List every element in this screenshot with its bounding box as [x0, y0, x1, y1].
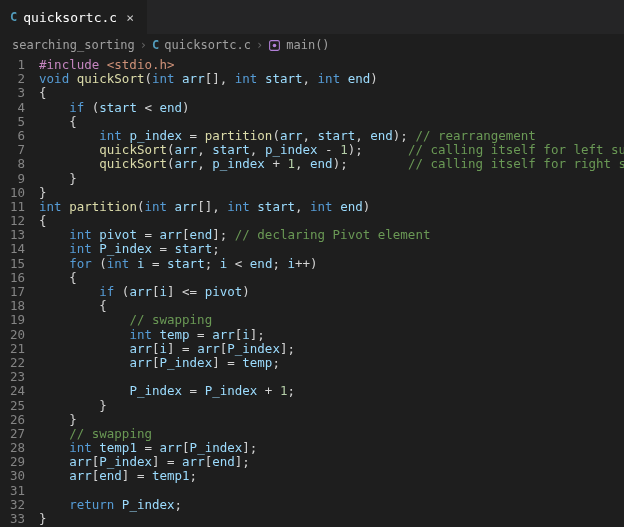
- code-line[interactable]: {: [39, 115, 624, 129]
- line-number: 14: [10, 242, 25, 256]
- code-line[interactable]: }: [39, 413, 624, 427]
- code-line[interactable]: int temp = arr[i];: [39, 328, 624, 342]
- line-number: 11: [10, 200, 25, 214]
- c-file-icon: C: [152, 38, 159, 52]
- line-number: 5: [10, 115, 25, 129]
- code-line[interactable]: {: [39, 214, 624, 228]
- line-number: 29: [10, 455, 25, 469]
- code-content[interactable]: #include <stdio.h>void quickSort(int arr…: [39, 58, 624, 526]
- line-number: 20: [10, 328, 25, 342]
- chevron-right-icon: ›: [140, 38, 147, 52]
- code-line[interactable]: {: [39, 86, 624, 100]
- code-line[interactable]: if (start < end): [39, 101, 624, 115]
- line-number: 22: [10, 356, 25, 370]
- code-line[interactable]: arr[end] = temp1;: [39, 469, 624, 483]
- line-number: 31: [10, 484, 25, 498]
- line-number: 12: [10, 214, 25, 228]
- code-line[interactable]: // swapping: [39, 427, 624, 441]
- code-line[interactable]: int temp1 = arr[P_index];: [39, 441, 624, 455]
- breadcrumb-symbol[interactable]: main(): [286, 38, 329, 52]
- line-number: 32: [10, 498, 25, 512]
- tab-quicksortc[interactable]: C quicksortc.c ×: [0, 0, 148, 34]
- c-file-icon: C: [10, 10, 17, 24]
- line-number: 26: [10, 413, 25, 427]
- code-line[interactable]: int partition(int arr[], int start, int …: [39, 200, 624, 214]
- line-number: 24: [10, 384, 25, 398]
- code-line[interactable]: int pivot = arr[end]; // declaring Pivot…: [39, 228, 624, 242]
- code-line[interactable]: arr[P_index] = temp;: [39, 356, 624, 370]
- code-line[interactable]: #include <stdio.h>: [39, 58, 624, 72]
- code-line[interactable]: }: [39, 172, 624, 186]
- line-number: 23: [10, 370, 25, 384]
- breadcrumb: searching_sorting › C quicksortc.c › mai…: [0, 34, 624, 56]
- line-number: 10: [10, 186, 25, 200]
- code-line[interactable]: [39, 370, 624, 384]
- code-line[interactable]: P_index = P_index + 1;: [39, 384, 624, 398]
- function-icon: [268, 38, 281, 52]
- code-line[interactable]: arr[i] = arr[P_index];: [39, 342, 624, 356]
- code-line[interactable]: // swapping: [39, 313, 624, 327]
- line-number: 28: [10, 441, 25, 455]
- code-line[interactable]: if (arr[i] <= pivot): [39, 285, 624, 299]
- line-number: 1: [10, 58, 25, 72]
- close-icon[interactable]: ×: [123, 10, 137, 25]
- code-line[interactable]: void quickSort(int arr[], int start, int…: [39, 72, 624, 86]
- breadcrumb-folder[interactable]: searching_sorting: [12, 38, 135, 52]
- breadcrumb-file[interactable]: quicksortc.c: [164, 38, 251, 52]
- line-number: 17: [10, 285, 25, 299]
- code-line[interactable]: }: [39, 512, 624, 526]
- code-line[interactable]: [39, 484, 624, 498]
- code-line[interactable]: quickSort(arr, start, p_index - 1); // c…: [39, 143, 624, 157]
- tab-filename: quicksortc.c: [23, 10, 117, 25]
- code-line[interactable]: int P_index = start;: [39, 242, 624, 256]
- code-line[interactable]: {: [39, 271, 624, 285]
- tab-bar: C quicksortc.c ×: [0, 0, 624, 34]
- line-number: 7: [10, 143, 25, 157]
- line-number: 16: [10, 271, 25, 285]
- line-number: 6: [10, 129, 25, 143]
- svg-point-1: [273, 44, 277, 48]
- line-number: 3: [10, 86, 25, 100]
- line-number: 8: [10, 157, 25, 171]
- line-number: 2: [10, 72, 25, 86]
- line-number: 25: [10, 399, 25, 413]
- line-number: 19: [10, 313, 25, 327]
- chevron-right-icon: ›: [256, 38, 263, 52]
- code-line[interactable]: {: [39, 299, 624, 313]
- code-line[interactable]: quickSort(arr, p_index + 1, end); // cal…: [39, 157, 624, 171]
- code-line[interactable]: for (int i = start; i < end; i++): [39, 257, 624, 271]
- line-number: 21: [10, 342, 25, 356]
- line-number: 13: [10, 228, 25, 242]
- line-number: 15: [10, 257, 25, 271]
- code-line[interactable]: return P_index;: [39, 498, 624, 512]
- line-number: 9: [10, 172, 25, 186]
- code-line[interactable]: }: [39, 186, 624, 200]
- line-number: 33: [10, 512, 25, 526]
- line-number: 27: [10, 427, 25, 441]
- code-line[interactable]: arr[P_index] = arr[end];: [39, 455, 624, 469]
- line-number-gutter: 1234567891011121314151617181920212223242…: [0, 58, 39, 526]
- code-editor[interactable]: 1234567891011121314151617181920212223242…: [0, 56, 624, 526]
- line-number: 30: [10, 469, 25, 483]
- line-number: 18: [10, 299, 25, 313]
- line-number: 4: [10, 101, 25, 115]
- code-line[interactable]: int p_index = partition(arr, start, end)…: [39, 129, 624, 143]
- code-line[interactable]: }: [39, 399, 624, 413]
